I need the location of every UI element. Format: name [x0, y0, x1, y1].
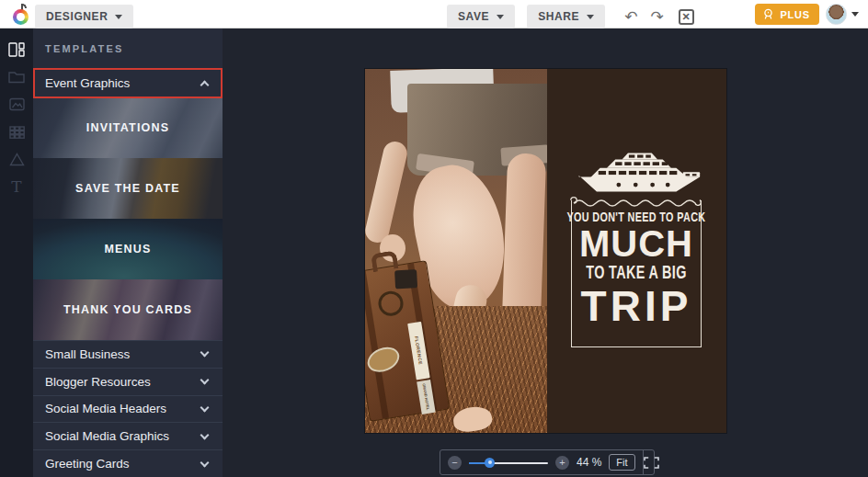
- subcategory-label: MENUS: [33, 219, 223, 279]
- folder-icon: [7, 69, 26, 85]
- quote-frame: YOU DON'T NEED TO PACK MUCH TO TAKE A BI…: [571, 200, 702, 347]
- rail-item-graphics[interactable]: [4, 122, 29, 142]
- caret-down-icon: [587, 15, 594, 19]
- zoom-level: 44 %: [577, 456, 601, 469]
- subcategory-invitations[interactable]: INVITATIONS: [33, 97, 223, 158]
- share-label: SHARE: [538, 10, 579, 23]
- medal-icon: [762, 8, 774, 20]
- templates-icon: [7, 41, 26, 58]
- subcategory-menus[interactable]: MENUS: [33, 219, 223, 279]
- chevron-up-icon: [200, 81, 210, 90]
- topbar-right-group: PLUS: [755, 4, 859, 25]
- triangle-icon: [8, 152, 26, 167]
- subcategory-label: INVITATIONS: [33, 97, 223, 158]
- plus-label: PLUS: [780, 9, 810, 20]
- user-menu[interactable]: [826, 4, 859, 25]
- chevron-down-icon: [200, 458, 210, 467]
- chevron-down-icon: [200, 376, 210, 385]
- zoom-toolbar: − + 44 % Fit: [440, 449, 655, 475]
- logo-curl: [21, 4, 27, 8]
- quote-panel: YOU DON'T NEED TO PACK MUCH TO TAKE A BI…: [547, 69, 726, 433]
- photo-arm: [365, 140, 409, 245]
- category-list: Small Business Blogger Resources Social …: [33, 340, 223, 477]
- pattern-grid-icon: [8, 125, 26, 140]
- suitcase-sticker: [394, 269, 417, 289]
- close-project-icon[interactable]: ✕: [679, 9, 694, 25]
- panel-title: TEMPLATES: [33, 28, 223, 69]
- rail-item-templates[interactable]: [4, 40, 29, 59]
- color-wheel-icon: [13, 9, 29, 25]
- category-label: Social Media Headers: [45, 402, 166, 415]
- suitcase-sticker: [377, 290, 405, 318]
- category-label: Greeting Cards: [45, 457, 130, 471]
- zoom-in-button[interactable]: +: [555, 456, 569, 470]
- share-button[interactable]: SHARE: [527, 5, 605, 28]
- zoom-controls: − + 44 % Fit: [440, 450, 643, 474]
- quote-line-1: YOU DON'T NEED TO PACK: [566, 209, 705, 224]
- zoom-out-button[interactable]: −: [448, 456, 462, 470]
- rail-item-photos[interactable]: [4, 95, 29, 114]
- canvas-area: FLORENCE GRAND HOTEL: [223, 28, 868, 477]
- category-greeting-cards[interactable]: Greeting Cards: [33, 449, 223, 477]
- caret-down-icon: [115, 15, 122, 19]
- history-group: ↶ ↷ ✕: [622, 9, 694, 25]
- category-label: Small Business: [45, 347, 130, 361]
- photo-suitcase-legs: FLORENCE GRAND HOTEL: [365, 69, 547, 433]
- quote-line-2: MUCH: [579, 226, 693, 261]
- category-social-media-headers[interactable]: Social Media Headers: [33, 395, 223, 423]
- expand-corners-icon: [644, 457, 659, 469]
- image-icon: [8, 97, 26, 112]
- chevron-down-icon: [200, 348, 210, 358]
- zoom-slider[interactable]: [469, 456, 548, 470]
- fit-button[interactable]: Fit: [609, 454, 634, 471]
- rail-item-projects[interactable]: [4, 67, 29, 86]
- chevron-down-icon: [200, 403, 210, 413]
- rail-item-text[interactable]: T: [4, 177, 29, 197]
- quote-line-4: TRIP: [581, 287, 692, 327]
- topbar-center-group: SAVE SHARE ↶ ↷ ✕: [447, 5, 694, 28]
- redo-icon[interactable]: ↷: [648, 9, 665, 25]
- subcategory-list: INVITATIONS SAVE THE DATE MENUS THANK YO…: [33, 97, 223, 340]
- text-tool-icon: T: [11, 179, 21, 195]
- undo-icon[interactable]: ↶: [622, 9, 639, 25]
- designer-dropdown[interactable]: DESIGNER: [35, 5, 133, 28]
- design-artboard[interactable]: FLORENCE GRAND HOTEL: [365, 69, 726, 433]
- subcategory-label: SAVE THE DATE: [33, 158, 223, 219]
- slider-knob[interactable]: [485, 458, 495, 468]
- caret-down-icon: [851, 12, 859, 17]
- subcategory-save-the-date[interactable]: SAVE THE DATE: [33, 158, 223, 219]
- rail-item-shapes[interactable]: [4, 150, 29, 169]
- save-label: SAVE: [458, 10, 489, 23]
- fullscreen-button[interactable]: [643, 450, 659, 474]
- subcategory-label: THANK YOU CARDS: [33, 279, 223, 340]
- category-label: Blogger Resources: [45, 375, 151, 389]
- plus-upgrade-button[interactable]: PLUS: [755, 4, 819, 25]
- caret-down-icon: [497, 15, 504, 19]
- templates-panel: TEMPLATES Event Graphics INVITATIONS SAV…: [33, 28, 223, 477]
- designer-app: DESIGNER SAVE SHARE ↶ ↷ ✕: [0, 0, 868, 477]
- quote-line-3: TO TAKE A BIG: [586, 262, 686, 283]
- tool-rail: T: [0, 28, 33, 477]
- category-social-media-graphics[interactable]: Social Media Graphics: [33, 422, 223, 449]
- category-event-graphics[interactable]: Event Graphics: [33, 69, 223, 97]
- designer-label: DESIGNER: [46, 10, 108, 23]
- suitcase-handle: [371, 250, 399, 272]
- top-bar: DESIGNER SAVE SHARE ↶ ↷ ✕: [0, 0, 868, 28]
- category-blogger-resources[interactable]: Blogger Resources: [33, 368, 223, 395]
- category-label: Event Graphics: [45, 76, 130, 90]
- subcategory-thank-you-cards[interactable]: THANK YOU CARDS: [33, 279, 223, 340]
- category-label: Social Media Graphics: [45, 429, 169, 443]
- category-small-business[interactable]: Small Business: [33, 340, 223, 368]
- befunky-logo[interactable]: [8, 4, 30, 26]
- avatar: [826, 4, 847, 25]
- save-button[interactable]: SAVE: [447, 5, 515, 28]
- chevron-down-icon: [200, 430, 210, 439]
